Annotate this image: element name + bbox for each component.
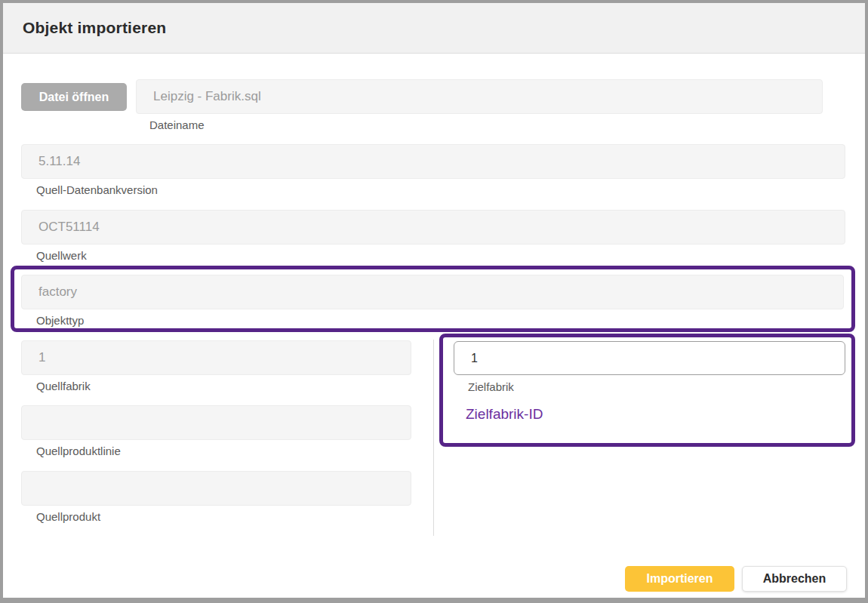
source-db-version-label: Quell-Datenbankversion [36, 183, 158, 196]
target-factory-input[interactable] [454, 341, 845, 375]
object-type-label: Objekttyp [36, 314, 84, 327]
import-object-dialog: Objekt importieren Datei öffnen Dateinam… [0, 0, 868, 603]
source-db-version-input[interactable] [21, 144, 845, 179]
source-product-input[interactable] [21, 471, 411, 506]
filename-input[interactable] [136, 79, 823, 114]
column-divider [433, 340, 434, 536]
cancel-button[interactable]: Abbrechen [742, 566, 847, 592]
source-plant-input[interactable] [21, 210, 845, 245]
dialog-title: Objekt importieren [23, 19, 166, 37]
source-factory-label: Quellfabrik [36, 380, 91, 392]
import-button[interactable]: Importieren [625, 566, 734, 592]
source-plant-label: Quellwerk [36, 249, 87, 262]
object-type-input[interactable] [21, 275, 844, 309]
dialog-header: Objekt importieren [3, 3, 865, 54]
open-file-button[interactable]: Datei öffnen [21, 83, 127, 111]
source-product-label: Quellprodukt [36, 510, 100, 523]
filename-label: Dateiname [149, 118, 205, 131]
target-factory-id-note: Zielfabrik-ID [466, 406, 543, 423]
source-factory-input[interactable] [21, 340, 411, 375]
source-product-line-input[interactable] [21, 405, 411, 440]
target-factory-label: Zielfabrik [468, 380, 514, 393]
source-product-line-label: Quellproduktlinie [36, 445, 121, 457]
